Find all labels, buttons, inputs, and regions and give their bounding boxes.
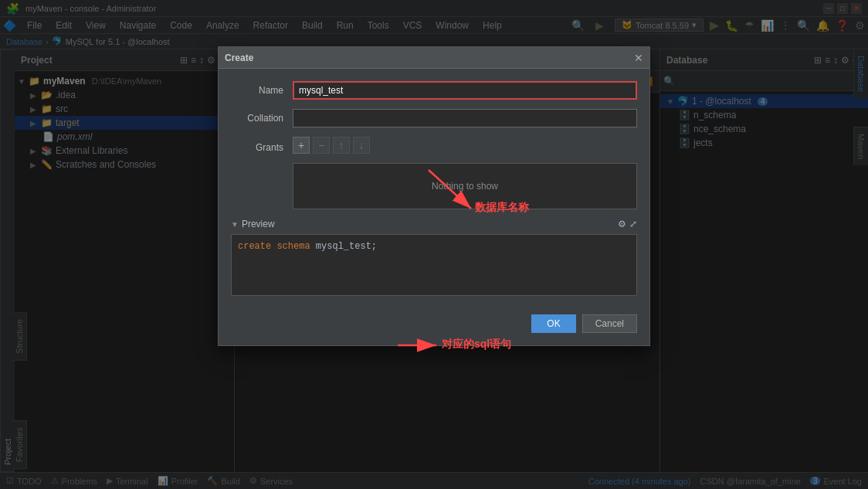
grants-down-button[interactable]: ↓ (353, 137, 370, 154)
modal-close-button[interactable]: ✕ (634, 52, 643, 64)
modal-header: Create ✕ (219, 47, 649, 69)
name-field-row: Name (231, 81, 637, 100)
collation-field-label: Collation (231, 113, 293, 124)
modal-footer: OK Cancel (219, 308, 649, 345)
grants-toolbar: + − ↑ ↓ (293, 137, 370, 154)
preview-title-label: Preview (242, 219, 275, 229)
grants-add-button[interactable]: + (293, 137, 310, 154)
grants-up-button[interactable]: ↑ (333, 137, 350, 154)
name-field-label: Name (231, 85, 293, 96)
keyword-schema: schema (276, 241, 310, 252)
name-input[interactable] (293, 81, 637, 100)
schema-name: mysql_test; (316, 241, 377, 252)
grants-section: Grants + − ↑ ↓ Nothing to show (231, 137, 637, 209)
modal-overlay: Create ✕ Name Collation Grants + − (0, 0, 868, 489)
preview-title: ▼ Preview (231, 219, 275, 229)
create-dialog: Create ✕ Name Collation Grants + − (218, 46, 650, 346)
grants-remove-button[interactable]: − (313, 137, 330, 154)
preview-content-area: create schema mysql_test; (231, 234, 637, 296)
preview-icons: ⚙ ⤢ (618, 219, 637, 229)
collation-field-row: Collation (231, 109, 637, 127)
grants-header-row: Grants + − ↑ ↓ (231, 137, 637, 158)
ok-button[interactable]: OK (531, 314, 575, 333)
preview-expand-icon[interactable]: ⤢ (629, 219, 637, 229)
preview-header: ▼ Preview ⚙ ⤢ (231, 219, 637, 229)
modal-title: Create (225, 53, 253, 63)
preview-toggle-icon[interactable]: ▼ (231, 220, 239, 229)
grants-empty-message: Nothing to show (293, 163, 637, 209)
collation-input[interactable] (293, 109, 637, 127)
grants-label: Grants (231, 142, 293, 153)
preview-gear-icon[interactable]: ⚙ (618, 219, 626, 229)
preview-code: create schema mysql_test; (238, 241, 377, 252)
cancel-button[interactable]: Cancel (582, 314, 637, 333)
keyword-create: create (238, 241, 271, 252)
preview-section: ▼ Preview ⚙ ⤢ create schema mysql_test; (231, 219, 637, 296)
modal-body: Name Collation Grants + − ↑ ↓ (219, 69, 649, 308)
